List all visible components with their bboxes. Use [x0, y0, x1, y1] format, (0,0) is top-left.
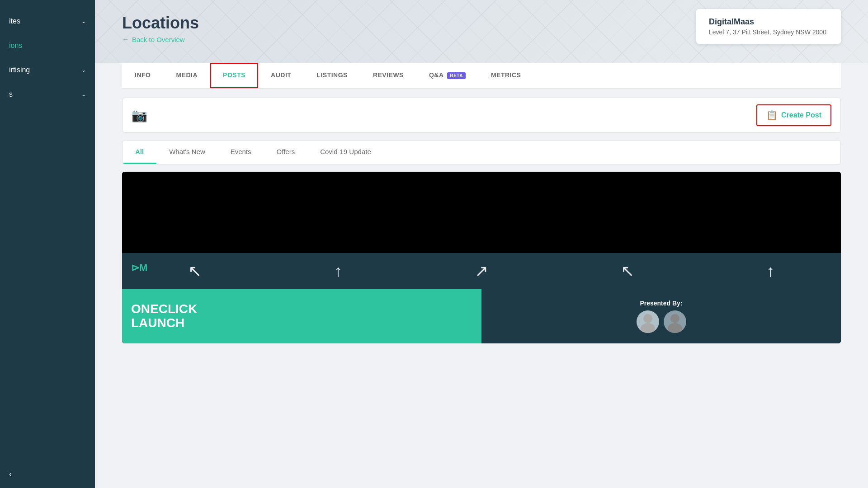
- sidebar: ites ⌄ ions irtising ⌄ s ⌄ ‹: [0, 0, 95, 488]
- sidebar-item-other[interactable]: s ⌄: [0, 82, 95, 107]
- arrow-icon-4: ↖: [621, 262, 634, 281]
- filter-tabs: All What's New Events Offers Covid-19 Up…: [122, 140, 841, 164]
- presenter-avatar-1: [637, 310, 659, 333]
- arrow-icon-5: ↑: [767, 262, 775, 281]
- svg-point-2: [670, 314, 679, 323]
- content-area: INFO MEDIA POSTS AUDIT LISTINGS REVIEWS …: [95, 63, 868, 361]
- header-section: Locations ← Back to Overview DigitalMaas…: [95, 0, 868, 63]
- svg-point-3: [668, 323, 682, 333]
- post-image-dark-area: [122, 172, 841, 253]
- presenter-avatar-2: [664, 310, 686, 333]
- presenter-avatars: [637, 310, 686, 333]
- sidebar-item-other-label: s: [9, 90, 13, 99]
- create-post-label: Create Post: [781, 111, 821, 119]
- post-title-line2: LAUNCH: [131, 316, 472, 330]
- filter-tab-all[interactable]: All: [123, 141, 156, 164]
- presented-by-label: Presented By:: [640, 300, 682, 307]
- back-link-label: Back to Overview: [132, 36, 185, 43]
- business-address: Level 7, 37 Pitt Street, Sydney NSW 2000: [709, 28, 828, 36]
- business-name: DigitalMaas: [709, 17, 828, 27]
- sidebar-collapse-button[interactable]: ‹: [0, 460, 95, 488]
- post-green-section: ONECLICK LAUNCH: [122, 289, 481, 343]
- tab-posts[interactable]: POSTS: [210, 63, 258, 88]
- chevron-down-icon-2: ⌄: [81, 67, 86, 73]
- svg-point-1: [641, 323, 655, 333]
- arrow-icon-3: ↗: [475, 262, 488, 281]
- decorative-arrows: ↖ ↑ ↗ ↖ ↑: [122, 253, 841, 289]
- sidebar-item-locations[interactable]: ions: [0, 33, 95, 58]
- sidebar-item-sites[interactable]: ites ⌄: [0, 9, 95, 33]
- beta-badge: BETA: [447, 72, 465, 79]
- post-title-line1: ONECLICK: [131, 302, 472, 316]
- post-image-container: ↖ ↑ ↗ ↖ ↑ ⊳M ONECLICK LAUNCH Presented B…: [122, 172, 841, 343]
- chevron-down-icon: ⌄: [81, 18, 86, 24]
- sidebar-item-advertising[interactable]: irtising ⌄: [0, 58, 95, 82]
- tab-qa[interactable]: Q&A BETA: [416, 63, 478, 88]
- main-content: Locations ← Back to Overview DigitalMaas…: [95, 0, 868, 488]
- create-post-icon: 📋: [766, 110, 778, 121]
- tab-metrics[interactable]: METRICS: [478, 63, 534, 88]
- create-post-button[interactable]: 📋 Create Post: [756, 104, 831, 126]
- add-photo-icon[interactable]: 📷: [132, 108, 147, 123]
- mx-logo: ⊳M: [131, 262, 147, 274]
- chevron-down-icon-3: ⌄: [81, 91, 86, 98]
- filter-tab-events[interactable]: Events: [218, 141, 264, 164]
- tab-reviews[interactable]: REVIEWS: [360, 63, 416, 88]
- business-card: DigitalMaas Level 7, 37 Pitt Street, Syd…: [696, 9, 841, 44]
- arrow-icon-1: ↖: [188, 262, 202, 281]
- filter-tab-offers[interactable]: Offers: [264, 141, 308, 164]
- tab-info[interactable]: INFO: [122, 63, 163, 88]
- tab-listings[interactable]: LISTINGS: [304, 63, 360, 88]
- sidebar-item-locations-label: ions: [9, 42, 22, 50]
- sidebar-item-advertising-label: irtising: [9, 66, 30, 74]
- tab-audit[interactable]: AUDIT: [258, 63, 304, 88]
- back-arrow-icon: ←: [122, 35, 129, 43]
- post-presented-section: Presented By:: [481, 289, 841, 343]
- filter-tab-covid[interactable]: Covid-19 Update: [307, 141, 384, 164]
- post-toolbar: 📷 📋 Create Post: [122, 98, 841, 133]
- tab-media[interactable]: MEDIA: [163, 63, 210, 88]
- filter-tab-whats-new[interactable]: What's New: [156, 141, 218, 164]
- tabs-navigation: INFO MEDIA POSTS AUDIT LISTINGS REVIEWS …: [122, 63, 841, 89]
- svg-point-0: [643, 314, 652, 323]
- sidebar-item-sites-label: ites: [9, 17, 20, 25]
- arrow-icon-2: ↑: [334, 262, 342, 281]
- post-image-content-area: ↖ ↑ ↗ ↖ ↑ ⊳M ONECLICK LAUNCH Presented B…: [122, 253, 841, 343]
- collapse-icon: ‹: [9, 469, 12, 479]
